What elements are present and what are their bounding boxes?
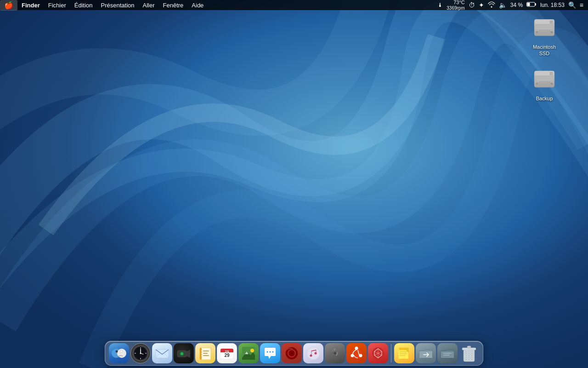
dock-container: 29 29 <box>105 341 483 366</box>
svg-rect-46 <box>203 355 209 356</box>
svg-rect-23 <box>550 72 553 75</box>
edition-menu-item[interactable]: Édition <box>70 1 97 10</box>
svg-rect-2 <box>527 3 530 6</box>
svg-point-66 <box>310 355 312 357</box>
dock-item-pathfinder[interactable] <box>416 343 436 363</box>
dock-item-rbapp[interactable] <box>368 343 388 363</box>
svg-rect-90 <box>467 346 471 348</box>
finder-menu-item[interactable]: Finder <box>17 1 44 10</box>
svg-rect-43 <box>200 348 202 360</box>
spotlight-icon[interactable]: 🔍 <box>568 1 576 9</box>
dock-item-calendar[interactable]: 29 29 <box>217 343 237 363</box>
dock-item-finder[interactable] <box>109 343 129 363</box>
svg-point-72 <box>351 354 354 357</box>
svg-point-21 <box>551 83 553 85</box>
dock-item-trash[interactable] <box>459 343 479 363</box>
volume-icon[interactable]: 🔈 <box>499 1 507 9</box>
svg-rect-82 <box>441 351 454 358</box>
battery-label: 34 % <box>510 2 523 8</box>
bluetooth-icon[interactable]: ✦ <box>479 1 484 9</box>
svg-point-48 <box>201 353 202 354</box>
temp-display: 73°C 3369rpm <box>447 0 464 11</box>
svg-text:29: 29 <box>224 353 230 358</box>
svg-point-59 <box>267 351 268 353</box>
battery-icon[interactable] <box>526 1 537 9</box>
svg-point-20 <box>536 83 538 85</box>
svg-point-65 <box>307 347 320 360</box>
dock-item-sysprefs[interactable] <box>325 343 345 363</box>
backup-image <box>530 64 559 94</box>
timemachine-icon[interactable]: ⏱ <box>469 1 475 9</box>
svg-point-11 <box>551 31 553 33</box>
backup-icon[interactable]: Backup <box>526 64 563 102</box>
apple-menu-item[interactable]: 🍎 <box>0 0 17 11</box>
svg-rect-19 <box>539 82 550 85</box>
desktop: 🍎 Finder Fichier Édition Présentation Al… <box>0 0 588 368</box>
svg-rect-3 <box>535 3 536 6</box>
svg-rect-45 <box>203 353 208 354</box>
svg-point-64 <box>290 352 293 355</box>
svg-point-67 <box>315 352 317 355</box>
menubar: 🍎 Finder Fichier Édition Présentation Al… <box>0 0 588 10</box>
menubar-left: 🍎 Finder Fichier Édition Présentation Al… <box>0 0 437 11</box>
notification-center-icon[interactable]: ≡ <box>580 1 583 9</box>
svg-point-71 <box>355 347 358 350</box>
datetime-display[interactable]: lun. 18:53 <box>540 2 565 8</box>
dock-separator <box>391 344 391 362</box>
temp-value: 73°C <box>447 0 464 6</box>
svg-point-49 <box>201 355 202 356</box>
aller-menu-item[interactable]: Aller <box>139 1 159 10</box>
wifi-icon[interactable] <box>488 1 495 9</box>
dock-item-facetime[interactable] <box>174 343 194 363</box>
svg-point-26 <box>116 351 118 353</box>
presentation-menu-item[interactable]: Présentation <box>97 1 139 10</box>
svg-point-57 <box>250 349 254 352</box>
menubar-right: 🌡 73°C 3369rpm ⏱ ✦ 🔈 34 % <box>437 0 588 11</box>
svg-rect-44 <box>203 351 209 351</box>
svg-point-36 <box>140 353 141 354</box>
backup-label: Backup <box>535 95 554 102</box>
dock-item-photos[interactable] <box>238 343 259 363</box>
svg-point-69 <box>334 352 336 355</box>
temp-icon: 🌡 <box>437 2 443 8</box>
svg-point-25 <box>117 349 126 358</box>
svg-point-47 <box>201 351 202 351</box>
svg-point-60 <box>270 351 271 353</box>
dock-item-mail[interactable] <box>152 343 172 363</box>
dock-item-stickies[interactable] <box>394 343 414 363</box>
rpm-value: 3369rpm <box>447 6 464 11</box>
macintosh-ssd-image <box>530 13 559 42</box>
dock: 29 29 <box>105 341 483 366</box>
dock-item-filemanager[interactable] <box>437 343 458 363</box>
aide-menu-item[interactable]: Aide <box>187 1 208 10</box>
fichier-menu-item[interactable]: Fichier <box>44 1 70 10</box>
dock-item-itunes[interactable] <box>303 343 323 363</box>
macintosh-ssd-label: Macintosh SSD <box>526 43 563 58</box>
svg-point-10 <box>536 31 538 33</box>
svg-point-40 <box>181 352 183 355</box>
svg-point-27 <box>120 351 123 353</box>
svg-rect-0 <box>0 0 588 368</box>
svg-point-73 <box>359 354 362 357</box>
dock-item-contacts[interactable] <box>195 343 215 363</box>
dock-item-ubuntu[interactable] <box>346 343 367 363</box>
svg-rect-13 <box>550 21 553 23</box>
dock-item-clock[interactable] <box>130 343 151 363</box>
svg-point-61 <box>272 351 274 353</box>
fenetre-menu-item[interactable]: Fenêtre <box>159 1 188 10</box>
svg-rect-9 <box>539 30 550 33</box>
dock-item-messages[interactable] <box>260 343 280 363</box>
macintosh-ssd-icon[interactable]: Macintosh SSD <box>526 13 563 58</box>
svg-marker-41 <box>187 350 190 358</box>
dock-item-dvd[interactable] <box>282 343 302 363</box>
